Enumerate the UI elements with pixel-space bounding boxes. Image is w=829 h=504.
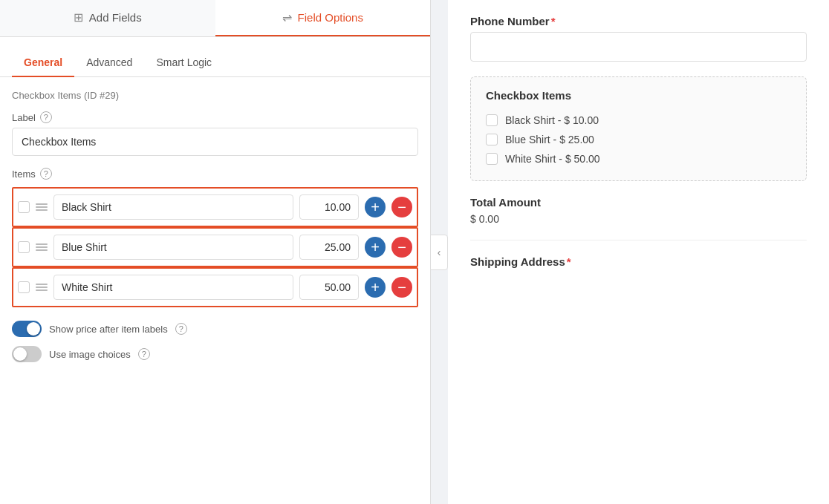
shipping-label: Shipping Address* <box>470 255 807 268</box>
drag-handle-2[interactable] <box>36 243 48 251</box>
tab-general[interactable]: General <box>12 49 74 77</box>
show-price-toggle[interactable] <box>12 321 42 337</box>
use-image-toggle-row: Use image choices ? <box>12 346 418 362</box>
preview-item-3: White Shirt - $ 50.00 <box>486 149 791 168</box>
tab-field-options[interactable]: ⇌ Field Options <box>215 0 431 36</box>
total-value: $ 0.00 <box>470 213 807 225</box>
label-input[interactable] <box>12 128 418 156</box>
left-panel: ⊞ Add Fields ⇌ Field Options General Adv… <box>0 0 431 504</box>
tab-add-fields-label: Add Fields <box>89 11 142 24</box>
remove-item-button-2[interactable]: − <box>391 237 412 258</box>
preview-item-1: Black Shirt - $ 10.00 <box>486 111 791 130</box>
tab-field-options-label: Field Options <box>298 11 363 24</box>
add-fields-icon: ⊞ <box>74 10 83 24</box>
item-name-input-2[interactable] <box>53 235 293 260</box>
drag-handle-1[interactable] <box>36 203 48 211</box>
field-options-icon: ⇌ <box>282 10 292 24</box>
items-help-icon[interactable]: ? <box>40 168 52 180</box>
item-price-input-2[interactable] <box>299 235 359 260</box>
item-price-input-3[interactable] <box>299 275 359 300</box>
item-checkbox-3[interactable] <box>18 281 30 293</box>
right-panel: Phone Number* Checkbox Items Black Shirt… <box>448 0 829 504</box>
add-item-button-1[interactable]: + <box>365 197 386 217</box>
item-price-input-1[interactable] <box>299 194 359 220</box>
item-name-input-1[interactable] <box>53 194 293 220</box>
shipping-required-indicator: * <box>567 255 571 268</box>
preview-checkbox-3[interactable] <box>486 153 498 165</box>
drag-handle-3[interactable] <box>36 284 48 291</box>
label-field-row: Label ? <box>12 111 418 123</box>
use-image-toggle[interactable] <box>12 346 42 362</box>
phone-field-group: Phone Number* <box>470 15 807 62</box>
divider <box>470 240 807 240</box>
label-help-icon[interactable]: ? <box>40 111 52 123</box>
item-checkbox-2[interactable] <box>18 241 30 253</box>
top-tabs: ⊞ Add Fields ⇌ Field Options <box>0 0 430 37</box>
show-price-help-icon[interactable]: ? <box>175 323 187 335</box>
collapse-panel-button[interactable]: ‹ <box>430 235 448 270</box>
item-row-2: + − <box>12 227 418 267</box>
section-title: Checkbox Items (ID #29) <box>12 89 418 101</box>
checkbox-preview-title: Checkbox Items <box>486 89 791 102</box>
checkbox-preview: Checkbox Items Black Shirt - $ 10.00 Blu… <box>470 76 807 181</box>
items-header: Items ? <box>12 168 418 180</box>
add-item-button-3[interactable]: + <box>365 277 386 298</box>
sub-tabs: General Advanced Smart Logic <box>0 37 430 77</box>
item-checkbox-1[interactable] <box>18 201 30 213</box>
add-item-button-2[interactable]: + <box>365 237 386 258</box>
shipping-field-group: Shipping Address* <box>470 255 807 268</box>
total-section: Total Amount $ 0.00 <box>470 196 807 225</box>
phone-label: Phone Number* <box>470 15 807 27</box>
tab-advanced[interactable]: Advanced <box>74 49 144 77</box>
show-price-toggle-row: Show price after item labels ? <box>12 321 418 337</box>
item-row-3: + − <box>12 267 418 307</box>
phone-required-indicator: * <box>551 15 556 27</box>
item-name-input-3[interactable] <box>53 275 293 300</box>
use-image-help-icon[interactable]: ? <box>138 348 150 360</box>
preview-checkbox-2[interactable] <box>486 134 498 145</box>
preview-item-2: Blue Shirt - $ 25.00 <box>486 130 791 149</box>
item-row-1: + − <box>12 187 418 227</box>
tab-smart-logic[interactable]: Smart Logic <box>144 49 224 77</box>
tab-add-fields[interactable]: ⊞ Add Fields <box>0 0 215 36</box>
total-label: Total Amount <box>470 196 807 209</box>
preview-checkbox-1[interactable] <box>486 114 498 126</box>
items-list: + − + − + <box>12 187 418 307</box>
remove-item-button-1[interactable]: − <box>391 197 412 217</box>
remove-item-button-3[interactable]: − <box>391 277 412 298</box>
panel-content: Checkbox Items (ID #29) Label ? Items ? <box>0 77 430 504</box>
phone-input[interactable] <box>470 32 807 62</box>
